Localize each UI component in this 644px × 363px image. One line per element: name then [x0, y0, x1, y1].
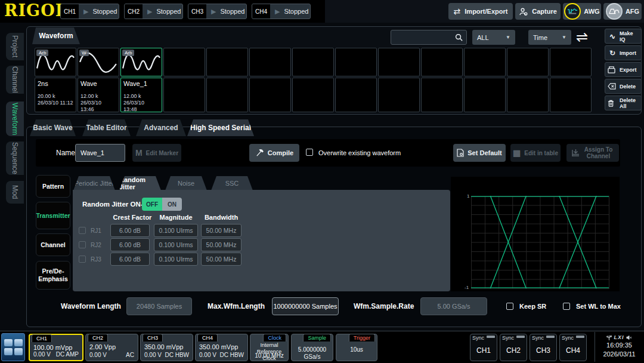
- ch3-run-state[interactable]: CH3 ▶ Stopped: [188, 4, 247, 19]
- tab-periodic-jitter[interactable]: Periodic Jitter: [73, 176, 115, 190]
- capture-button[interactable]: Capture: [515, 3, 561, 20]
- document-gear-icon: [457, 149, 464, 157]
- keep-sr-checkbox[interactable]: [506, 303, 513, 310]
- app-launcher-button[interactable]: [1, 333, 25, 361]
- compile-button[interactable]: Compile: [249, 144, 299, 162]
- waveform-browser-tab[interactable]: Waveform: [32, 27, 80, 44]
- ch1-run-state[interactable]: CH1 ▶ Stopped: [60, 4, 119, 19]
- tab-ssc[interactable]: SSC: [211, 176, 253, 190]
- empty-thumb-slot: [378, 48, 420, 76]
- export-button[interactable]: Export: [605, 62, 642, 77]
- wfm-sample-rate-field[interactable]: 5.00 GSa/s: [420, 297, 487, 315]
- tab-random-jitter[interactable]: Random Jitter: [119, 176, 161, 190]
- sidebar-item-mod[interactable]: Mod: [6, 181, 24, 204]
- play-icon: ▶: [83, 8, 88, 16]
- sidebar-item-sequence[interactable]: Sequence: [6, 141, 24, 175]
- col-bandwidth: Bandwidth: [201, 214, 242, 221]
- afg-mode-button[interactable]: AFG: [603, 3, 642, 20]
- delete-all-button[interactable]: Delete All: [605, 96, 642, 110]
- overwrite-label: Overwrite existing waveform: [318, 149, 401, 156]
- play-icon: ▶: [275, 8, 280, 16]
- empty-info-slot: [421, 78, 463, 112]
- statusbar-ch1-card[interactable]: CH1 100.00 mVpp 0.00 V DC AMP: [29, 334, 83, 361]
- timestamp: 26/03/10 11:12: [38, 100, 73, 106]
- rj1-magnitude-field[interactable]: 0.100 UIrms: [154, 224, 198, 237]
- waveform-info-wave[interactable]: Wave 12.00 k 26/03/10 13:46: [78, 78, 119, 112]
- set-wl-to-max-checkbox[interactable]: [563, 303, 570, 310]
- edit-marker-button[interactable]: M Edit Marker: [132, 144, 181, 162]
- statusbar-ch3-card[interactable]: CH3 350.00 mVpp 0.00 V DC HBW: [140, 334, 193, 361]
- hss-tab-pattern[interactable]: Pattern: [36, 175, 70, 198]
- rj2-magnitude-field[interactable]: 0.100 UIrms: [154, 238, 198, 251]
- waveform-length-field[interactable]: 20480 Samples: [126, 297, 192, 315]
- overwrite-checkbox[interactable]: [306, 149, 313, 156]
- waveform-thumb-2ns[interactable]: Arb: [35, 48, 76, 76]
- delete-button[interactable]: Delete: [605, 79, 642, 94]
- sync-ch1-button[interactable]: Sync CH1: [470, 334, 497, 361]
- sync-ch2-button[interactable]: Sync CH2: [500, 334, 527, 361]
- make-iq-button[interactable]: ∿ Make IQ: [605, 29, 642, 44]
- max-wfm-length-field[interactable]: 1000000000 Samples: [272, 297, 339, 315]
- sync-ch3-button[interactable]: Sync CH3: [530, 334, 557, 361]
- import-export-button[interactable]: ⇄ Import/Export: [448, 3, 513, 20]
- ch2-run-state[interactable]: CH2 ▶ Stopped: [124, 4, 183, 19]
- empty-thumb-slot: [421, 48, 463, 76]
- tab-advanced[interactable]: Advanced: [136, 119, 186, 136]
- statusbar-trigger-card[interactable]: Trigger 10us: [336, 334, 377, 361]
- import-export-icon: ⇄: [454, 7, 461, 16]
- type-filter-dropdown[interactable]: ALL ▼: [472, 30, 515, 45]
- system-date: 2026/03/11: [595, 350, 643, 359]
- import-button[interactable]: ↻ Import: [605, 45, 642, 60]
- statusbar-sample-card[interactable]: Sample 5.0000000 GSa/s: [291, 334, 333, 361]
- points-count: 20.00 k: [38, 93, 73, 100]
- rj3-checkbox[interactable]: [79, 256, 86, 263]
- waveform-length-label: Waveform Length: [61, 302, 121, 310]
- waveform-thumb-wave1[interactable]: Arb: [120, 48, 162, 76]
- waveform-thumb-wave[interactable]: W: [78, 48, 119, 76]
- search-input[interactable]: [391, 30, 467, 45]
- sample-chip: Sample: [303, 334, 331, 342]
- ch4-run-state[interactable]: CH4 ▶ Stopped: [252, 4, 311, 19]
- empty-info-slot: [163, 78, 205, 112]
- waveform-info-wave1[interactable]: Wave_1 12.00 k 26/03/10 13:48: [120, 78, 162, 112]
- rj1-bandwidth-field[interactable]: 50.00 MHz: [201, 224, 242, 237]
- empty-info-slot: [292, 78, 334, 112]
- trigger-value: 10us: [336, 346, 377, 353]
- jitter-off-button[interactable]: OFF: [142, 198, 162, 211]
- set-default-button[interactable]: Set Default: [453, 144, 506, 162]
- sync-ch4-button[interactable]: Sync CH4: [559, 334, 587, 361]
- tab-noise[interactable]: Noise: [165, 176, 207, 190]
- rj1-crest-field[interactable]: 6.00 dB: [110, 224, 150, 237]
- rj2-checkbox[interactable]: [79, 241, 86, 248]
- awg-mode-button[interactable]: AWG: [563, 3, 601, 20]
- hss-tab-transmitter[interactable]: Transmitter: [36, 202, 70, 229]
- sidebar-item-project[interactable]: Project: [6, 33, 24, 60]
- rj3-magnitude-field[interactable]: 0.100 UIrms: [154, 253, 198, 266]
- tab-basic-wave[interactable]: Basic Wave: [30, 119, 76, 136]
- search-icon: [454, 33, 463, 42]
- ch3-amplitude: 350.00 mVpp: [144, 343, 183, 350]
- jitter-on-button[interactable]: ON: [162, 198, 182, 211]
- rj3-bandwidth-field[interactable]: 50.00 MHz: [201, 253, 242, 266]
- sidebar-item-waveform[interactable]: Waveform: [6, 101, 24, 136]
- waveform-info-2ns[interactable]: 2ns 20.00 k 26/03/10 11:12: [35, 78, 76, 112]
- name-input[interactable]: Wave_1: [75, 144, 125, 162]
- tab-high-speed-serial[interactable]: High Speed Serial: [187, 119, 254, 136]
- sidebar-item-channel[interactable]: Channel: [6, 66, 24, 94]
- hss-tab-channel[interactable]: Channel: [36, 233, 70, 256]
- sort-order-toggle[interactable]: ⇌: [576, 29, 588, 45]
- assign-to-channel-button[interactable]: Assign To Channel: [566, 144, 619, 162]
- statusbar-ch2-card[interactable]: CH2 2.00 Vpp 0.00 V AC: [85, 334, 138, 361]
- statusbar-ch4-card[interactable]: CH4 350.00 mVpp 0.00 V DC HBW: [195, 334, 248, 361]
- sort-filter-dropdown[interactable]: Time ▼: [528, 30, 571, 45]
- hss-tab-pre-de-emphasis[interactable]: Pre/De-Emphasis: [36, 261, 70, 290]
- rj3-crest-field[interactable]: 6.00 dB: [110, 253, 150, 266]
- rj2-bandwidth-field[interactable]: 50.00 MHz: [201, 238, 242, 251]
- capture-icon: [519, 7, 528, 16]
- rj2-crest-field[interactable]: 6.00 dB: [110, 238, 150, 251]
- rj1-checkbox[interactable]: [79, 227, 86, 234]
- tab-table-editor[interactable]: Table Editor: [82, 119, 131, 136]
- ch1-coupling: DC AMP: [56, 351, 79, 358]
- edit-in-table-button[interactable]: ▦ Edit in table: [510, 144, 561, 162]
- statusbar-clock-card[interactable]: Clock Internal Reference Clock 10.00 MHz: [250, 334, 289, 361]
